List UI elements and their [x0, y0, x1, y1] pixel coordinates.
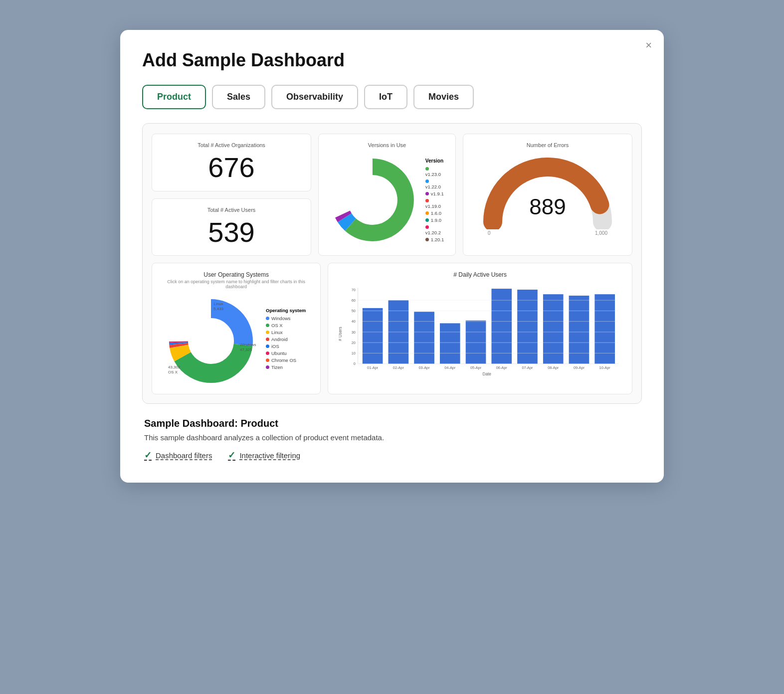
bar-04-apr	[440, 324, 460, 364]
os-donut-chart: Linux 5,433 Windows 47,325 43,302 OS X	[161, 291, 261, 386]
svg-text:03-Apr: 03-Apr	[419, 365, 430, 370]
svg-text:04-Apr: 04-Apr	[445, 365, 456, 370]
feature-label-1: Interactive filtering	[239, 451, 300, 460]
svg-text:# Users: # Users	[338, 327, 343, 342]
features-section: Sample Dashboard: Product This sample da…	[142, 418, 642, 461]
tab-observability[interactable]: Observability	[271, 85, 358, 109]
features-description: This sample dashboard analyzes a collect…	[144, 433, 640, 442]
bar-06-apr	[492, 289, 512, 364]
errors-card: Number of Errors 889 0 1,000	[463, 134, 632, 256]
errors-value: 889	[529, 194, 566, 219]
os-legend: Windows OS X Linux Android iOS Ubuntu Ch…	[266, 316, 306, 370]
svg-text:50: 50	[352, 309, 356, 313]
errors-title: Number of Errors	[527, 142, 569, 148]
svg-text:OS X: OS X	[168, 370, 178, 374]
bar-08-apr	[543, 294, 564, 363]
versions-legend: v1.23.0 v1.22.0 v1.9.1 v1.19.0 1.6.0 1.9…	[425, 166, 446, 242]
tab-movies[interactable]: Movies	[413, 85, 474, 109]
bar-10-apr	[595, 294, 615, 363]
svg-text:09-Apr: 09-Apr	[574, 365, 585, 370]
active-users-card: Total # Active Users 539	[152, 198, 311, 256]
features-list: ✓ Dashboard filters ✓ Interactive filter…	[144, 450, 640, 461]
svg-text:08-Apr: 08-Apr	[548, 365, 559, 370]
versions-card: Versions in Use Version	[318, 134, 456, 256]
os-legend-title: Operating system	[266, 308, 306, 313]
svg-text:70: 70	[352, 288, 356, 292]
errors-max: 1,000	[595, 230, 607, 236]
svg-text:Windows: Windows	[240, 343, 256, 347]
bar-01-apr	[363, 308, 383, 364]
svg-text:47,325: 47,325	[240, 347, 252, 352]
tab-iot[interactable]: IoT	[364, 85, 407, 109]
modal: × Add Sample Dashboard Product Sales Obs…	[120, 30, 664, 483]
svg-text:20: 20	[352, 341, 356, 345]
versions-title: Versions in Use	[368, 142, 406, 148]
svg-text:06-Apr: 06-Apr	[496, 365, 508, 370]
dau-title: # Daily Active Users	[337, 271, 623, 278]
svg-text:0: 0	[354, 362, 356, 366]
os-card: User Operating Systems Click on an opera…	[152, 263, 321, 394]
feature-label-0: Dashboard filters	[156, 451, 212, 460]
modal-overlay: × Add Sample Dashboard Product Sales Obs…	[10, 10, 774, 694]
active-users-label: Total # Active Users	[161, 207, 302, 213]
svg-point-3	[348, 175, 397, 225]
check-icon-1: ✓	[228, 450, 235, 461]
svg-text:05-Apr: 05-Apr	[470, 365, 482, 370]
svg-text:Date: Date	[483, 371, 492, 376]
active-orgs-value: 676	[161, 152, 302, 183]
dau-card: # Daily Active Users # Users 0 10 20 30 …	[328, 263, 632, 394]
errors-min: 0	[488, 230, 491, 236]
os-subtitle: Click on an operating system name to hig…	[161, 279, 311, 289]
bar-09-apr	[569, 296, 589, 364]
tab-product[interactable]: Product	[142, 85, 206, 109]
svg-text:01-Apr: 01-Apr	[367, 365, 379, 370]
svg-text:30: 30	[352, 330, 356, 335]
svg-text:10-Apr: 10-Apr	[599, 365, 611, 370]
svg-text:5,433: 5,433	[213, 307, 224, 311]
check-icon-0: ✓	[144, 450, 152, 461]
bar-05-apr	[466, 321, 486, 364]
svg-text:40: 40	[352, 320, 356, 324]
versions-legend-title: Version	[425, 158, 446, 164]
os-title: User Operating Systems	[161, 271, 311, 278]
bar-03-apr	[414, 312, 435, 363]
feature-item-0: ✓ Dashboard filters	[144, 450, 212, 461]
tab-bar: Product Sales Observability IoT Movies	[142, 85, 642, 109]
close-button[interactable]: ×	[645, 40, 652, 51]
feature-item-1: ✓ Interactive filtering	[228, 450, 300, 461]
dau-bar-chart: # Users 0 10 20 30 40 50 60 70	[337, 279, 623, 384]
svg-text:02-Apr: 02-Apr	[393, 365, 404, 370]
versions-donut-chart	[328, 155, 417, 245]
features-title: Sample Dashboard: Product	[144, 418, 640, 429]
tab-sales[interactable]: Sales	[212, 85, 265, 109]
svg-point-10	[189, 319, 233, 363]
active-orgs-card: Total # Active Organizations 676	[152, 134, 311, 191]
active-users-value: 539	[161, 217, 302, 248]
svg-text:07-Apr: 07-Apr	[522, 365, 534, 370]
svg-text:43,302: 43,302	[168, 365, 181, 369]
active-orgs-label: Total # Active Organizations	[161, 142, 302, 148]
svg-text:10: 10	[352, 351, 356, 355]
modal-title: Add Sample Dashboard	[142, 50, 642, 71]
bar-07-apr	[517, 290, 538, 364]
preview-box: Total # Active Organizations 676 Total #…	[142, 123, 642, 404]
svg-text:Linux: Linux	[213, 302, 223, 306]
svg-text:60: 60	[352, 298, 356, 303]
